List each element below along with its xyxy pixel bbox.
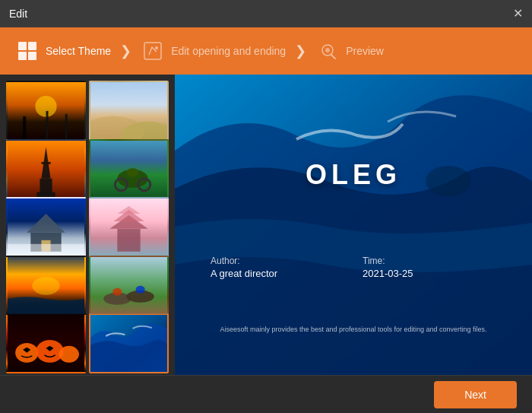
theme-thumbnail-5[interactable] [6, 197, 86, 257]
edit-opening-icon [141, 39, 165, 63]
step-bar: Select Theme ❯ Edit opening and ending ❯… [0, 27, 532, 75]
theme-thumbnail-1[interactable] [6, 81, 86, 141]
svg-rect-31 [8, 244, 84, 256]
theme-thumbnail-6[interactable] [89, 197, 169, 257]
step-arrow-2: ❯ [295, 43, 306, 59]
theme-thumbnail-3[interactable] [6, 139, 86, 199]
svg-point-38 [32, 277, 59, 295]
svg-point-52 [426, 166, 471, 196]
theme-thumbnail-8[interactable] [89, 256, 169, 316]
step-preview-label: Preview [346, 45, 384, 57]
title-bar-title: Edit [9, 8, 27, 20]
step-select-theme[interactable]: Select Theme [15, 39, 111, 63]
svg-point-45 [15, 343, 38, 363]
svg-rect-21 [41, 162, 50, 164]
preview-panel: OLEG Author: A great director Time: 2021… [175, 75, 532, 375]
time-label: Time: [363, 256, 496, 266]
svg-rect-1 [28, 42, 36, 50]
svg-rect-39 [90, 257, 167, 314]
svg-rect-4 [144, 43, 161, 59]
select-theme-icon [15, 39, 40, 63]
step-preview[interactable]: Preview [315, 39, 384, 63]
main-content: OLEG Author: A great director Time: 2021… [0, 75, 532, 375]
svg-rect-20 [36, 192, 55, 197]
svg-rect-2 [18, 52, 27, 60]
step-edit-opening[interactable]: Edit opening and ending [141, 39, 286, 63]
theme-thumbnail-4[interactable] [89, 139, 169, 199]
svg-point-47 [59, 346, 79, 363]
svg-rect-12 [46, 111, 49, 139]
preview-info: Author: A great director Time: 2021-03-2… [211, 256, 496, 279]
svg-rect-0 [18, 42, 27, 50]
svg-rect-13 [65, 114, 68, 139]
svg-point-5 [155, 46, 158, 49]
svg-rect-19 [40, 178, 52, 193]
svg-point-8 [325, 48, 330, 52]
step-select-theme-label: Select Theme [46, 45, 111, 57]
preview-canvas: OLEG Author: A great director Time: 2021… [175, 75, 532, 375]
svg-point-42 [112, 288, 122, 296]
step-arrow-1: ❯ [120, 43, 131, 59]
preview-footer: Aiseesoft mainly provides the best and p… [220, 326, 486, 333]
next-button[interactable]: Next [434, 381, 517, 408]
theme-thumbnail-2[interactable] [89, 81, 169, 141]
theme-thumbnail-7[interactable] [6, 256, 86, 316]
svg-point-43 [136, 286, 145, 294]
preview-title: OLEG [306, 159, 401, 191]
step-edit-opening-label: Edit opening and ending [171, 45, 286, 57]
theme-thumbnail-10[interactable] [89, 313, 169, 373]
close-button[interactable]: ✕ [513, 8, 523, 20]
svg-line-7 [331, 55, 335, 59]
svg-point-46 [36, 340, 63, 363]
thumbnail-panel [0, 75, 175, 375]
author-label: Author: [211, 256, 344, 266]
svg-rect-33 [117, 229, 140, 252]
bottom-bar: Next [0, 375, 532, 413]
author-value: A great director [211, 268, 344, 279]
title-bar: Edit ✕ [0, 0, 532, 27]
preview-icon [315, 39, 340, 63]
svg-rect-3 [28, 52, 36, 60]
svg-rect-11 [23, 116, 26, 139]
time-value: 2021-03-25 [363, 268, 496, 279]
theme-thumbnail-9[interactable] [6, 313, 86, 373]
svg-point-26 [126, 167, 138, 176]
